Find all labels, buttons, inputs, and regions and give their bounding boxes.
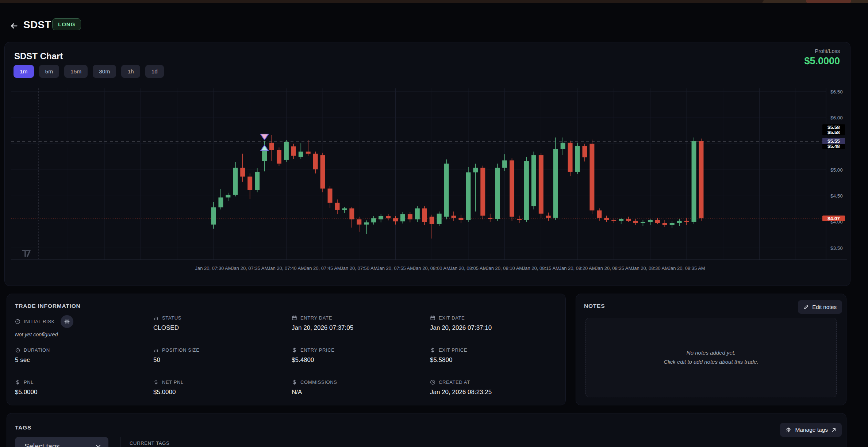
select-tags-dropdown[interactable]: Select tags xyxy=(15,437,108,447)
candle xyxy=(561,143,565,149)
time-axis-label: Jan 20, 07:30 AM xyxy=(195,265,232,271)
candle xyxy=(473,168,478,172)
candle xyxy=(582,146,587,157)
trade-field-label: NET PNL xyxy=(153,379,184,385)
timeframe-button-1m[interactable]: 1m xyxy=(14,65,34,78)
candle xyxy=(277,150,281,164)
sell-marker-icon xyxy=(261,134,269,140)
bar-chart-icon xyxy=(153,347,159,353)
candle xyxy=(684,221,689,222)
candle xyxy=(568,143,573,172)
timeframe-button-15m[interactable]: 15m xyxy=(64,65,88,78)
time-axis-label: Jan 20, 08:15 AM xyxy=(523,265,560,271)
edit-notes-button[interactable]: Edit notes xyxy=(798,300,842,314)
candle xyxy=(400,214,405,221)
trade-field-position-size: POSITION SIZE50 xyxy=(153,347,292,379)
trade-field-value: CLOSED xyxy=(153,324,292,332)
time-axis-label: Jan 20, 08:00 AM xyxy=(414,265,450,271)
profit-loss-label: Profit/Loss xyxy=(804,48,840,54)
candle xyxy=(466,172,471,220)
candle xyxy=(495,168,500,219)
candle xyxy=(531,155,536,206)
time-axis-label: Jan 20, 08:05 AM xyxy=(450,265,487,271)
manage-tags-label: Manage tags xyxy=(795,427,828,433)
candle xyxy=(284,142,289,160)
candle xyxy=(662,223,667,225)
notes-empty-line2: Click edit to add notes about this trade… xyxy=(664,358,758,367)
current-tags-label: CURRENT TAGS xyxy=(130,440,170,446)
time-axis-label: Jan 20, 08:20 AM xyxy=(559,265,596,271)
candle xyxy=(371,218,376,222)
header-divider xyxy=(0,39,868,39)
candle xyxy=(255,172,260,190)
candle xyxy=(597,210,602,218)
browser-button-sliver xyxy=(806,0,851,3)
trade-field-exit-date: EXIT DATEJan 20, 2026 07:37:10 xyxy=(430,315,561,347)
candle xyxy=(328,188,333,203)
trade-field-label: EXIT PRICE xyxy=(430,347,467,353)
trade-field-net-pnl: NET PNL$5.0000 xyxy=(153,379,292,412)
trade-field-label: INITIAL RISK xyxy=(15,319,55,324)
candle xyxy=(313,154,318,169)
svg-text:$5.58: $5.58 xyxy=(827,125,840,130)
candle xyxy=(306,152,311,154)
profit-loss-block: Profit/Loss $5.0000 xyxy=(804,48,840,67)
candle xyxy=(386,216,391,218)
trade-field-initial-risk: INITIAL RISKNot yet configured xyxy=(15,315,153,347)
price-axis-label: $4.50 xyxy=(830,193,843,199)
time-axis-label: Jan 20, 07:55 AM xyxy=(377,265,414,271)
back-button[interactable] xyxy=(9,20,20,31)
notes-card: NOTES Edit notes No notes added yet. Cli… xyxy=(576,294,846,405)
candle xyxy=(444,164,449,217)
candle xyxy=(517,219,522,220)
trade-field-created-at: CREATED ATJan 20, 2026 08:23:25 xyxy=(430,379,561,412)
gear-icon xyxy=(786,427,791,433)
candle xyxy=(269,143,274,150)
candle xyxy=(480,168,485,215)
price-badge: $5.48 xyxy=(822,144,845,149)
trade-field-label: ENTRY PRICE xyxy=(292,347,335,353)
trade-field-label: CREATED AT xyxy=(430,379,470,385)
page-header: SDST LONG xyxy=(0,11,868,39)
candle xyxy=(335,203,339,210)
trade-field-label: POSITION SIZE xyxy=(153,347,199,353)
candle xyxy=(611,220,616,221)
trade-field-status: STATUSCLOSED xyxy=(153,315,292,347)
timeframe-button-30m[interactable]: 30m xyxy=(93,65,116,78)
trade-field-value: $5.5800 xyxy=(430,356,561,364)
candle xyxy=(226,195,230,197)
dollar-icon xyxy=(292,347,297,353)
trade-field-duration: DURATION5 sec xyxy=(15,347,153,379)
price-axis-label: $6.00 xyxy=(830,115,843,121)
trade-field-label: ENTRY DATE xyxy=(292,315,332,321)
manage-tags-button[interactable]: Manage tags xyxy=(780,423,842,437)
candle xyxy=(291,146,296,156)
initial-risk-settings-button[interactable] xyxy=(61,315,73,328)
candle xyxy=(349,209,354,219)
candle xyxy=(320,155,325,188)
timeframe-button-1h[interactable]: 1h xyxy=(121,65,140,78)
trade-information-card: TRADE INFORMATION INITIAL RISKNot yet co… xyxy=(7,294,566,405)
timeframe-button-5m[interactable]: 5m xyxy=(39,65,59,78)
dollar-icon xyxy=(15,379,20,385)
price-badge: $4.07 xyxy=(822,215,845,221)
timeframe-button-1d[interactable]: 1d xyxy=(145,65,164,78)
arrow-up-right-icon xyxy=(831,428,836,432)
candle xyxy=(393,218,398,222)
dollar-icon xyxy=(430,347,435,353)
arrow-left-icon xyxy=(10,22,19,30)
tradingview-icon xyxy=(23,251,30,256)
notes-empty-state: No notes added yet. Click edit to add no… xyxy=(585,318,837,397)
candle xyxy=(641,222,645,223)
trade-information-title: TRADE INFORMATION xyxy=(15,303,81,309)
time-axis-label: Jan 20, 07:50 AM xyxy=(341,265,377,271)
timeframe-selector: 1m5m15m30m1h1d xyxy=(14,65,164,78)
candle xyxy=(379,216,383,219)
bar-chart-icon xyxy=(153,315,159,321)
candle xyxy=(619,219,623,221)
candlestick-chart[interactable]: $6.50$6.00$5.00$4.50$4.00$3.50Jan 20, 07… xyxy=(11,88,847,280)
candle xyxy=(633,221,638,223)
price-badge: $5.58 xyxy=(822,124,845,130)
trade-field-label: DURATION xyxy=(15,347,50,353)
chevron-down-icon xyxy=(95,443,102,447)
